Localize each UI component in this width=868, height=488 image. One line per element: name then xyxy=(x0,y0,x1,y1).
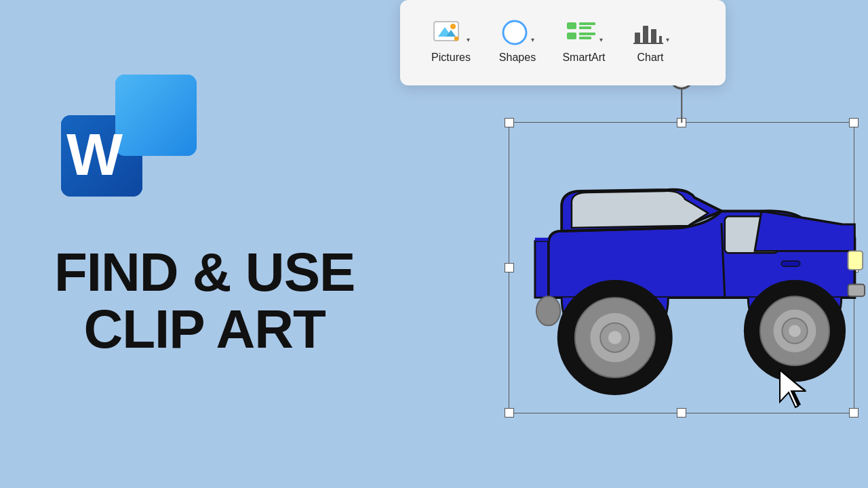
svg-rect-15 xyxy=(567,33,576,39)
toolbar-item-pictures[interactable]: ▾ Pictures xyxy=(420,14,481,69)
handle-bl[interactable] xyxy=(505,408,514,418)
car-svg xyxy=(495,122,868,407)
svg-text:W: W xyxy=(66,121,123,188)
svg-rect-3 xyxy=(115,75,197,156)
svg-rect-17 xyxy=(579,37,591,39)
svg-point-39 xyxy=(536,296,560,325)
svg-point-11 xyxy=(503,21,526,44)
svg-rect-26 xyxy=(848,251,863,270)
toolbar-item-shapes[interactable]: ▾ Shapes xyxy=(487,14,548,69)
toolbar-popup: ▾ Pictures ▾ Shapes ▾ SmartArt xyxy=(400,0,726,85)
handle-bm[interactable] xyxy=(677,408,686,418)
pictures-icon-wrap: ▾ xyxy=(433,19,470,46)
svg-rect-25 xyxy=(848,284,865,296)
svg-rect-20 xyxy=(651,29,656,43)
left-section: W FIND & USE CLIP ART xyxy=(54,68,355,358)
smartart-icon-wrap: ▾ xyxy=(566,19,603,46)
svg-rect-10 xyxy=(454,37,458,41)
shapes-icon-wrap: ▾ xyxy=(501,19,534,46)
cursor xyxy=(776,367,814,413)
svg-rect-18 xyxy=(635,33,640,43)
smartart-dropdown-arrow: ▾ xyxy=(599,36,603,43)
shapes-label: Shapes xyxy=(499,52,536,64)
svg-rect-21 xyxy=(659,36,662,43)
chart-label: Chart xyxy=(637,52,663,64)
svg-rect-28 xyxy=(781,261,800,266)
svg-rect-14 xyxy=(579,26,591,29)
pictures-dropdown-arrow: ▾ xyxy=(467,36,470,43)
svg-point-9 xyxy=(450,24,456,29)
toolbar-item-chart[interactable]: ▾ Chart xyxy=(620,14,681,69)
svg-rect-19 xyxy=(643,26,648,43)
svg-rect-16 xyxy=(579,33,595,35)
svg-rect-12 xyxy=(567,22,576,29)
svg-point-33 xyxy=(608,331,622,344)
heading-line1: FIND & USE xyxy=(54,244,355,301)
handle-br[interactable] xyxy=(849,408,859,418)
word-logo: W xyxy=(54,68,203,217)
svg-rect-24 xyxy=(535,238,549,241)
chart-icon-wrap: ▾ xyxy=(632,19,669,46)
svg-marker-41 xyxy=(780,370,805,407)
chart-dropdown-arrow: ▾ xyxy=(666,36,669,43)
svg-point-38 xyxy=(789,325,801,337)
main-heading: FIND & USE CLIP ART xyxy=(54,244,355,358)
toolbar-item-smartart[interactable]: ▾ SmartArt xyxy=(553,14,614,69)
smartart-label: SmartArt xyxy=(562,52,605,64)
pictures-label: Pictures xyxy=(431,52,471,64)
car-area: ↻ xyxy=(475,102,868,434)
shapes-dropdown-arrow: ▾ xyxy=(531,36,534,43)
svg-rect-13 xyxy=(579,22,595,25)
heading-line2: CLIP ART xyxy=(54,301,355,358)
